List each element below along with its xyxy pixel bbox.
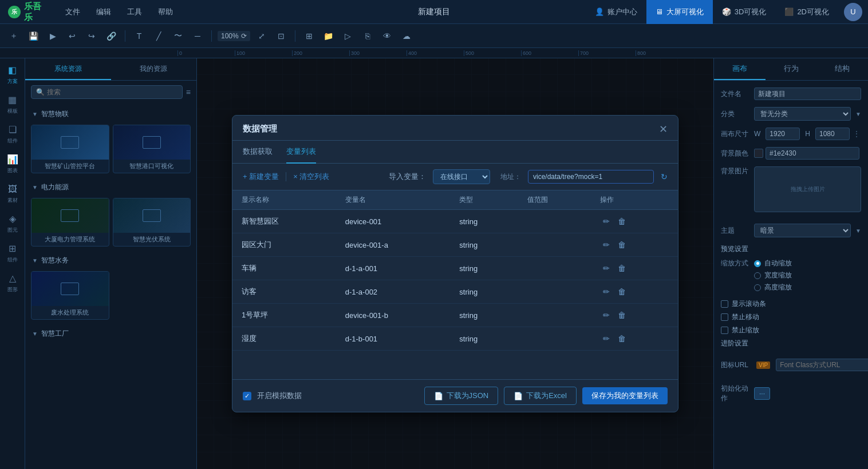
menu-tools[interactable]: 工具 xyxy=(119,0,150,24)
add-variable-btn[interactable]: + 新建变量 xyxy=(243,172,279,182)
bg-color-swatch[interactable] xyxy=(754,149,763,158)
mock-checkbox[interactable]: ✓ xyxy=(243,392,251,400)
disable-move-checkbox[interactable] xyxy=(721,313,728,321)
address-input[interactable] xyxy=(528,170,654,184)
section-factory[interactable]: ▼ 智慧工厂 xyxy=(25,325,196,342)
eye-btn[interactable]: 👁 xyxy=(379,28,395,44)
tab-system-resource[interactable]: 系统资源 xyxy=(25,58,111,80)
bg-color-input[interactable] xyxy=(766,147,859,160)
delete-row-btn[interactable]: 🗑 xyxy=(615,333,629,344)
edit-row-btn[interactable]: ✏ xyxy=(600,333,613,344)
clear-list-btn[interactable]: × 清空列表 xyxy=(293,172,329,182)
2d-vis-btn[interactable]: ⬛ 2D可视化 xyxy=(775,0,838,24)
avatar[interactable]: U xyxy=(844,3,862,21)
edit-row-btn[interactable]: ✏ xyxy=(600,286,613,297)
tab-data-fetch[interactable]: 数据获取 xyxy=(243,141,273,164)
theme-select[interactable]: 暗景 xyxy=(754,224,851,237)
search-input-wrap[interactable]: 🔍 xyxy=(31,85,183,99)
list-item[interactable]: 大厦电力管理系统 xyxy=(31,198,109,247)
3d-vis-btn[interactable]: 🎲 3D可视化 xyxy=(713,0,776,24)
vert-tab-component[interactable]: ❏ 组件 xyxy=(1,120,24,149)
scale-option-height[interactable]: 高度缩放 xyxy=(754,283,792,292)
tab-variable-list[interactable]: 变量列表 xyxy=(286,141,316,164)
canvas-width-input[interactable] xyxy=(766,128,800,140)
delete-row-btn[interactable]: 🗑 xyxy=(615,216,629,227)
play-btn[interactable]: ▷ xyxy=(340,28,356,44)
init-action-btn[interactable]: ··· xyxy=(754,387,770,400)
filter-icon[interactable]: ≡ xyxy=(186,88,191,97)
large-screen-btn[interactable]: 🖥 大屏可视化 xyxy=(646,0,713,24)
menu-help[interactable]: 帮助 xyxy=(150,0,181,24)
classify-select[interactable]: 暂无分类 xyxy=(754,107,851,121)
disable-scale-checkbox[interactable] xyxy=(721,327,728,334)
download-excel-btn[interactable]: 📄 下载为Excel xyxy=(504,387,577,405)
canvas-area[interactable]: 数据管理 ✕ 数据获取 变量列表 + 新建变量 × 清空列表 导入变量： 在线接… xyxy=(197,58,713,469)
delete-row-btn[interactable]: 🗑 xyxy=(615,286,629,297)
edit-row-btn[interactable]: ✏ xyxy=(600,216,613,227)
scroll-bar-checkbox[interactable] xyxy=(721,300,728,308)
zoom-control[interactable]: 100% ⟳ xyxy=(218,31,250,41)
disable-scale-item[interactable]: 禁止缩放 xyxy=(721,325,861,335)
redo-btn[interactable]: ↪ xyxy=(84,28,100,44)
list-item[interactable]: 智慧光伏系统 xyxy=(113,198,191,247)
fit-btn[interactable]: ⤢ xyxy=(254,28,270,44)
curve-btn[interactable]: 〜 xyxy=(170,28,186,44)
preview-btn[interactable]: ▶ xyxy=(45,28,61,44)
import-select[interactable]: 在线接口 xyxy=(433,169,490,184)
filename-input[interactable] xyxy=(754,88,861,100)
scale-option-width[interactable]: 宽度缩放 xyxy=(754,271,792,280)
section-power[interactable]: ▼ 电力能源 xyxy=(25,179,196,196)
text-btn[interactable]: T xyxy=(131,28,147,44)
canvas-size-more-icon[interactable]: ⋮ xyxy=(853,130,860,138)
delete-row-btn[interactable]: 🗑 xyxy=(615,309,629,321)
menu-file[interactable]: 文件 xyxy=(57,0,88,24)
cloud-btn[interactable]: ☁ xyxy=(399,28,415,44)
scale-option-auto[interactable]: 自动缩放 xyxy=(754,259,792,268)
crop-btn[interactable]: ⊡ xyxy=(273,28,289,44)
vert-tab-chart[interactable]: 📊 图表 xyxy=(1,150,24,178)
line-btn[interactable]: ╱ xyxy=(151,28,167,44)
vert-tab-material[interactable]: 🖼 素材 xyxy=(1,180,24,208)
scroll-bar-item[interactable]: 显示滚动条 xyxy=(721,299,861,309)
vert-tab-element[interactable]: ◈ 图元 xyxy=(1,209,24,238)
delete-row-btn[interactable]: 🗑 xyxy=(615,239,629,251)
list-item[interactable]: 智慧矿山管控平台 xyxy=(31,125,109,173)
save-btn[interactable]: 💾 xyxy=(25,28,41,44)
tab-structure[interactable]: 结构 xyxy=(816,58,868,80)
canvas-height-input[interactable] xyxy=(815,128,850,140)
refresh-icon[interactable]: ↻ xyxy=(661,172,668,181)
list-item[interactable]: 废水处理系统 xyxy=(31,271,109,320)
modal-close-btn[interactable]: ✕ xyxy=(659,124,668,134)
share-btn[interactable]: ⎘ xyxy=(360,28,376,44)
vert-tab-template[interactable]: ▦ 模板 xyxy=(1,90,24,119)
bg-image-upload[interactable]: 拖拽上传图片 xyxy=(754,166,861,212)
search-input[interactable] xyxy=(47,88,177,96)
icon-url-input[interactable] xyxy=(776,359,868,371)
edit-row-btn[interactable]: ✏ xyxy=(600,239,613,251)
save-variable-list-btn[interactable]: 保存为我的变量列表 xyxy=(582,387,668,404)
auto-scale-radio[interactable] xyxy=(754,260,761,267)
height-scale-radio[interactable] xyxy=(754,284,761,291)
list-item[interactable]: 智慧港口可视化 xyxy=(113,125,191,173)
tab-my-resource[interactable]: 我的资源 xyxy=(111,58,197,80)
link-btn[interactable]: 🔗 xyxy=(103,28,119,44)
undo-btn[interactable]: ↩ xyxy=(64,28,80,44)
download-json-btn[interactable]: 📄 下载为JSON xyxy=(424,387,499,405)
vert-tab-plan[interactable]: ◧ 方案 xyxy=(1,61,24,89)
section-water[interactable]: ▼ 智慧水务 xyxy=(25,252,196,269)
edit-row-btn[interactable]: ✏ xyxy=(600,263,613,274)
grid-btn[interactable]: ⊞ xyxy=(301,28,317,44)
width-scale-radio[interactable] xyxy=(754,272,761,279)
vert-tab-shape[interactable]: △ 图形 xyxy=(1,269,24,297)
dash-btn[interactable]: ─ xyxy=(190,28,206,44)
disable-move-item[interactable]: 禁止移动 xyxy=(721,312,861,322)
section-iot[interactable]: ▼ 智慧物联 xyxy=(25,106,196,122)
edit-row-btn[interactable]: ✏ xyxy=(600,309,613,321)
tab-canvas[interactable]: 画布 xyxy=(714,58,766,80)
delete-row-btn[interactable]: 🗑 xyxy=(615,263,629,274)
tab-behavior[interactable]: 行为 xyxy=(766,58,817,80)
menu-edit[interactable]: 编辑 xyxy=(88,0,119,24)
account-center-btn[interactable]: 👤 账户中心 xyxy=(586,0,646,24)
add-btn[interactable]: ＋ xyxy=(6,28,22,44)
vert-tab-widget[interactable]: ⊞ 组件 xyxy=(1,239,24,268)
